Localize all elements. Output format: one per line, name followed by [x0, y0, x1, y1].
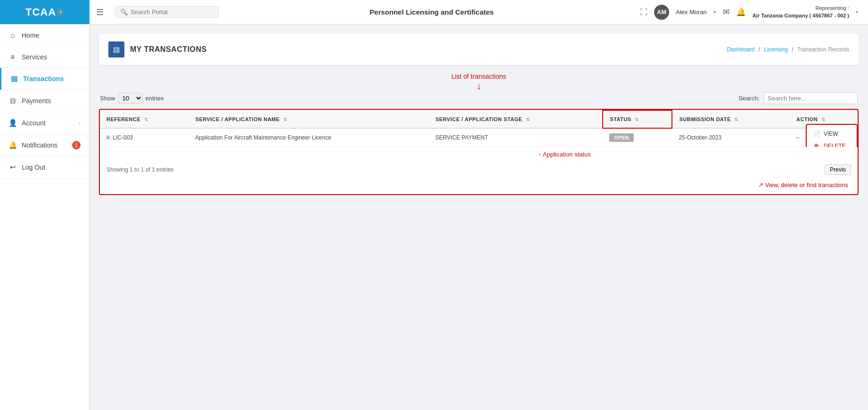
notifications-icon: 🔔 [8, 141, 17, 149]
breadcrumb-current: Transaction Records [797, 46, 849, 53]
bell-wrapper: 🔔 [736, 7, 746, 17]
top-navigation: TCAA ✈ ☰ 🔍 Personnel Licensing and Certi… [0, 0, 868, 25]
action-delete[interactable]: 🗑 DELETE [807, 140, 857, 147]
search-area[interactable]: 🔍 [115, 6, 219, 18]
home-icon: ⌂ [8, 31, 17, 39]
hamburger-button[interactable]: ☰ [90, 7, 110, 17]
action-popup: 📄 VIEW 🗑 DELETE ◼ FIND [806, 124, 858, 147]
annotation-app-status: ↑ Application status [538, 151, 590, 158]
avatar: AM [654, 5, 669, 20]
controls-row: Show 10 25 50 100 entries Search: [99, 92, 859, 104]
sidebar-item-home[interactable]: ⌂ Home [0, 25, 89, 46]
fullscreen-button[interactable]: ⛶ [640, 8, 647, 16]
representing-dropdown-icon[interactable]: ▾ [856, 9, 859, 15]
action-view[interactable]: 📄 VIEW [807, 128, 857, 140]
annotation-arrow-list: ↓ [99, 81, 859, 90]
logo-bird-icon: ✈ [57, 7, 64, 17]
showing-entries-text: Showing 1 to 1 of 1 entries [106, 166, 173, 173]
search-icon: 🔍 [120, 8, 128, 16]
sidebar-item-label: Account [22, 119, 46, 127]
search-label: Search: [738, 95, 760, 102]
page-title-center: Personnel Licensing and Certificates [223, 8, 640, 16]
page-header-card: ▤ MY TRANSACTIONS Dashboard / Licensing … [99, 34, 859, 65]
status-badge: OPEN [609, 133, 633, 142]
services-icon: ≡ [8, 53, 17, 61]
col-status: STATUS ⇅ [603, 110, 672, 128]
sidebar-item-label: Log Out [22, 164, 45, 171]
sidebar-item-payments[interactable]: ⊟ Payments [0, 90, 89, 112]
logo-text: TCAA [25, 6, 56, 18]
transactions-icon: ▤ [10, 74, 18, 83]
payments-icon: ⊟ [8, 97, 17, 105]
sidebar-item-notifications[interactable]: 🔔 Notifications 1 [0, 134, 89, 156]
table-header-row: REFERENCE ⇅ SERVICE / APPLICATION NAME ⇅… [100, 110, 858, 128]
search-control: Search: [738, 92, 858, 104]
main-layout: ⌂ Home ≡ Services ▤ Transactions ⊟ Payme… [0, 25, 868, 410]
previous-button[interactable]: Previo [825, 164, 851, 175]
sort-icon-status[interactable]: ⇅ [635, 117, 639, 122]
account-icon: 👤 [8, 119, 17, 127]
cell-reference: #. LIC-003 [100, 128, 188, 147]
entries-label: entries [146, 95, 164, 102]
sidebar-item-label: Payments [22, 97, 51, 105]
cell-status: OPEN [603, 128, 672, 147]
transactions-table: REFERENCE ⇅ SERVICE / APPLICATION NAME ⇅… [100, 110, 858, 147]
col-reference: REFERENCE ⇅ [100, 110, 188, 128]
user-name[interactable]: Alex Moran [676, 8, 707, 16]
annotation-view-delete: ↗ View, delete or find tranactions [100, 180, 858, 194]
sidebar-item-logout[interactable]: ↩ Log Out [0, 156, 89, 179]
page-title: MY TRANSACTIONS [130, 45, 207, 54]
sidebar-item-label: Services [22, 53, 47, 61]
entries-select[interactable]: 10 25 50 100 [118, 93, 143, 104]
sort-icon-submission-date[interactable]: ⇅ [734, 117, 738, 122]
annotation-list-transactions: List of transactions [99, 73, 859, 80]
breadcrumb: Dashboard / Licensing / Transaction Reco… [727, 46, 849, 53]
show-entries: Show 10 25 50 100 entries [100, 93, 164, 104]
sidebar: ⌂ Home ≡ Services ▤ Transactions ⊟ Payme… [0, 25, 90, 410]
sidebar-item-services[interactable]: ≡ Services [0, 46, 89, 68]
col-submission-date: SUBMISSION DATE ⇅ [672, 110, 789, 128]
col-stage: SERVICE / APPLICATION STAGE ⇅ [429, 110, 603, 128]
user-dropdown-icon[interactable]: ▾ [713, 9, 716, 15]
action-dash: – [796, 134, 800, 141]
account-chevron-icon: ‹ [79, 120, 81, 126]
table-search-input[interactable] [763, 92, 858, 104]
view-icon: 📄 [813, 131, 820, 137]
sidebar-item-account[interactable]: 👤 Account ‹ [0, 112, 89, 134]
sort-icon-action[interactable]: ⇅ [821, 117, 826, 122]
sidebar-item-transactions[interactable]: ▤ Transactions [0, 68, 89, 90]
search-input[interactable] [131, 8, 213, 16]
delete-icon: 🗑 [813, 143, 820, 147]
top-right-area: ⛶ AM Alex Moran ▾ ✉ 🔔 Representing : Air… [640, 5, 868, 20]
sort-icon-stage[interactable]: ⇅ [526, 117, 530, 122]
notification-badge: 1 [72, 141, 81, 149]
logout-icon: ↩ [8, 163, 17, 172]
mail-icon[interactable]: ✉ [723, 7, 729, 17]
page-header-icon: ▤ [108, 41, 124, 57]
sidebar-item-label: Transactions [23, 75, 64, 82]
sidebar-item-label: Home [22, 32, 39, 39]
bell-icon[interactable]: 🔔 [736, 8, 746, 16]
page-header-left: ▤ MY TRANSACTIONS [108, 41, 207, 57]
representing-info: Representing : Air Tanzania Company ( 45… [753, 5, 849, 19]
col-service-name: SERVICE / APPLICATION NAME ⇅ [188, 110, 429, 128]
content-area: ▤ MY TRANSACTIONS Dashboard / Licensing … [90, 25, 868, 410]
cell-stage: SERVICE PAYMENT [429, 128, 603, 147]
sort-icon-reference[interactable]: ⇅ [144, 117, 148, 122]
table-wrap: REFERENCE ⇅ SERVICE / APPLICATION NAME ⇅… [100, 110, 858, 147]
cell-submission-date: 25-October-2023 [672, 128, 789, 147]
logo-area: TCAA ✈ [0, 0, 90, 24]
table-footer: Showing 1 to 1 of 1 entries Previo [100, 160, 858, 180]
sidebar-item-label: Notifications [22, 141, 57, 149]
breadcrumb-dashboard[interactable]: Dashboard [727, 46, 754, 53]
cell-action: – 📄 VIEW 🗑 DELETE [790, 128, 858, 147]
table-row: #. LIC-003 Application For Aircraft Main… [100, 128, 858, 147]
cell-service-name: Application For Aircraft Maintenance Eng… [188, 128, 429, 147]
sort-icon-service-name[interactable]: ⇅ [283, 117, 287, 122]
show-label: Show [100, 95, 115, 102]
transactions-table-container: REFERENCE ⇅ SERVICE / APPLICATION NAME ⇅… [99, 109, 859, 195]
breadcrumb-licensing[interactable]: Licensing [764, 46, 788, 53]
